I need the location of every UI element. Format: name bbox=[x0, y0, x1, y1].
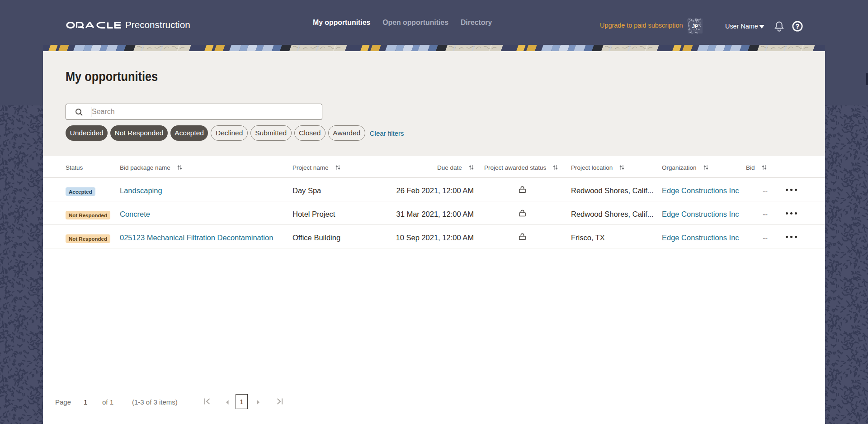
svg-text:?: ? bbox=[796, 23, 800, 30]
